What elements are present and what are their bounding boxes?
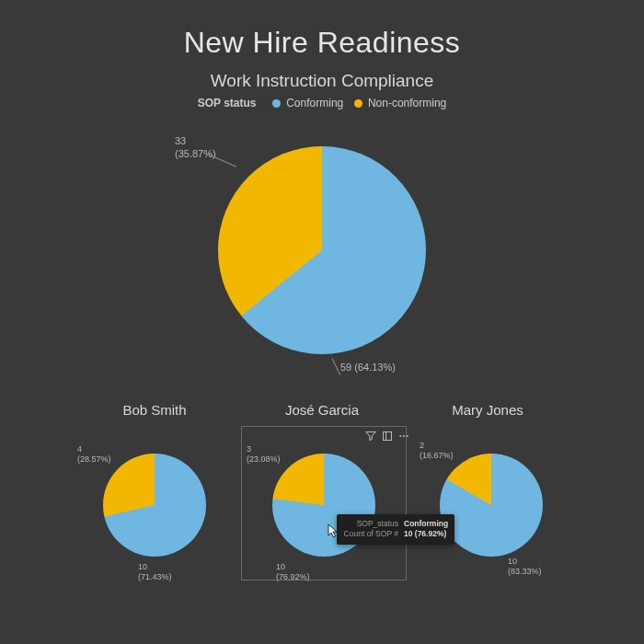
person-name-2: Mary Jones: [432, 402, 543, 418]
pie1-nc-label: 3(23.08%): [247, 444, 281, 466]
legend-swatch-conforming: [272, 99, 281, 108]
page-title: New Hire Readiness: [0, 26, 644, 60]
legend-item-conforming[interactable]: Conforming: [286, 97, 343, 109]
svg-point-3: [407, 435, 408, 437]
main-conforming-label: 59 (64.13%): [340, 362, 396, 374]
visual-toolbar: [365, 431, 409, 442]
svg-point-2: [403, 435, 405, 437]
pie2-c-label: 10(83.33%): [508, 557, 542, 578]
pie0-c-label: 10(71.43%): [138, 562, 172, 583]
pie0-nc-label: 4(28.57%): [77, 444, 111, 466]
pie-wrap-0: [103, 454, 206, 557]
legend-swatch-nonconforming: [354, 99, 362, 108]
focus-icon[interactable]: [382, 431, 393, 442]
svg-rect-0: [384, 432, 392, 441]
legend-label: SOP status: [198, 97, 257, 109]
filter-icon[interactable]: [365, 431, 376, 442]
chart-subtitle: Work Instruction Compliance: [0, 71, 644, 91]
pie2-nc-label: 2(16.67%): [420, 441, 454, 462]
svg-point-1: [399, 435, 401, 437]
pie-wrap-2: [440, 454, 543, 557]
main-pie-wrap: [218, 146, 426, 354]
person-name-0: Bob Smith: [99, 402, 210, 418]
more-icon[interactable]: [398, 431, 409, 442]
pie-mary[interactable]: [440, 454, 543, 557]
main-nonconforming-label: 33 (35.87%): [175, 135, 216, 161]
legend: SOP status Conforming Non-conforming: [0, 97, 644, 109]
pie1-c-label: 10(76.92%): [276, 562, 310, 583]
legend-item-nonconforming[interactable]: Non-conforming: [368, 97, 446, 109]
cursor-icon: [328, 523, 339, 538]
main-pie[interactable]: [218, 146, 426, 354]
tooltip: SOP_statusConforming Count of SOP #10 (7…: [337, 514, 454, 545]
leader-line: [332, 358, 341, 374]
pie-bob[interactable]: [103, 454, 206, 557]
person-name-1: José Garcia: [267, 402, 377, 418]
